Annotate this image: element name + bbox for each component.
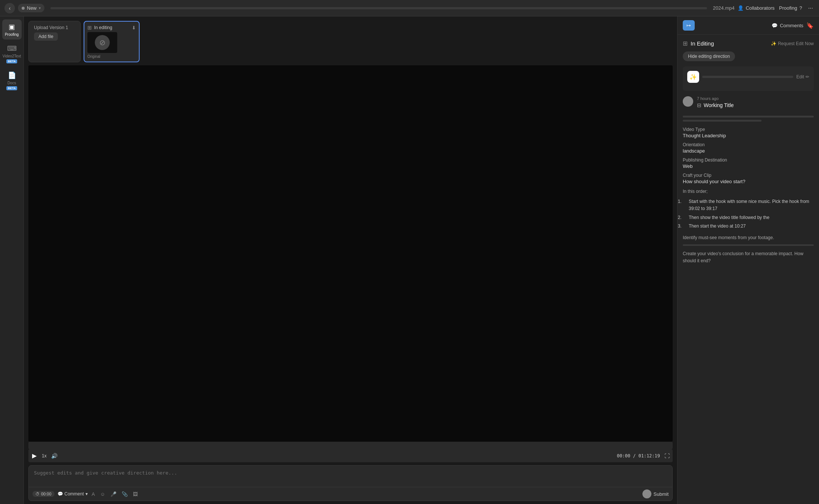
record-button[interactable] xyxy=(642,489,651,498)
instruction-list: Start with the hook with some nice music… xyxy=(683,198,814,230)
panel-nav-arrow-button[interactable]: ↦ xyxy=(683,20,695,31)
right-panel: ↦ 💬 Comments 🔖 ⊞ In Editing ✨ Request Ed… xyxy=(677,16,819,504)
timestamp-value: 00:00 xyxy=(41,492,52,496)
top-bar: ‹ New ▾ 2024.mp4 👤 Collaborators Proofin… xyxy=(0,0,819,16)
timestamp-chip[interactable]: ⏱ 00:00 xyxy=(32,491,55,497)
comment-type-label: Comment xyxy=(65,491,84,497)
chevron-down-icon: ▾ xyxy=(85,491,88,497)
hide-direction-button[interactable]: Hide editing direction xyxy=(683,51,735,61)
identify-bar xyxy=(683,244,814,246)
help-icon: ? xyxy=(799,5,802,11)
filename: 2024.mp4 xyxy=(713,5,735,11)
more-button[interactable]: ··· xyxy=(807,3,815,13)
sidebar-item-label: Video2Text xyxy=(3,54,21,58)
orientation-label: Orientation xyxy=(683,142,814,147)
in-editing-header: ⊞ In editing ⬇ xyxy=(87,25,136,31)
main-layout: ▣ Proofing ⌨ Video2Text BETA 📄 Docs BETA… xyxy=(0,16,819,504)
comment-timestamp: 7 hours ago xyxy=(697,96,734,101)
play-button[interactable]: ▶ xyxy=(31,451,37,460)
beta-badge: BETA xyxy=(6,59,17,63)
direction-card: ✨ Edit ✏ xyxy=(683,66,814,91)
image-button[interactable]: 🖼 xyxy=(132,490,139,498)
comment-type-button[interactable]: 💬 Comment ▾ xyxy=(57,491,88,497)
working-title-icon: ⊟ xyxy=(697,102,701,108)
collaborators-button[interactable]: 👤 Collaborators xyxy=(738,5,775,11)
in-editing-title: In editing xyxy=(94,25,112,30)
identify-text: Identify must-see moments from your foot… xyxy=(683,234,814,241)
direction-name-bar xyxy=(702,76,793,78)
edit-direction-button[interactable]: Edit ✏ xyxy=(796,74,809,79)
emoji-button[interactable]: ☺ xyxy=(99,490,106,498)
publishing-value: Web xyxy=(683,163,814,169)
comment-input[interactable] xyxy=(29,466,672,486)
editing-header: ⊞ In Editing ✨ Request Edit Now xyxy=(683,40,814,47)
attach-button[interactable]: 📎 xyxy=(121,490,129,498)
wand-icon: ✨ xyxy=(771,41,776,46)
add-file-button[interactable]: Add file xyxy=(34,32,58,41)
video-type-value: Thought Leadership xyxy=(683,133,814,138)
user-comment-row: 7 hours ago ⊟ Working Title xyxy=(683,96,814,110)
speed-button[interactable]: 1x xyxy=(42,453,47,458)
fullscreen-button[interactable]: ⛶ xyxy=(664,453,670,459)
proofing-button[interactable]: Proofing ? xyxy=(779,5,802,11)
version-tabs: Upload Version 1 Add file ⊞ In editing ⬇… xyxy=(24,16,677,62)
sidebar-item-proofing[interactable]: ▣ Proofing xyxy=(2,19,22,40)
request-edit-label: Request Edit Now xyxy=(778,41,814,46)
craft-clip-value: How should your video start? xyxy=(683,179,814,184)
orientation-row: Orientation landscape xyxy=(683,142,814,154)
progress-track[interactable] xyxy=(28,442,673,449)
sidebar-item-label: Docs xyxy=(7,81,16,85)
video-type-label: Video Type xyxy=(683,127,814,132)
sidebar-item-docs[interactable]: 📄 Docs BETA xyxy=(2,68,22,93)
working-title-label: Working Title xyxy=(704,102,734,108)
editing-title: In Editing xyxy=(691,40,714,47)
craft-clip-row: Craft your Clip How should your video st… xyxy=(683,173,814,184)
video-thumbnail: ⊘ xyxy=(87,32,117,53)
comments-icon: 💬 xyxy=(772,23,778,28)
new-badge[interactable]: New ▾ xyxy=(18,4,44,12)
text-format-button[interactable]: A xyxy=(91,490,96,498)
conclude-text: Create your video's conclusion for a mem… xyxy=(683,250,814,264)
original-label: Original xyxy=(87,54,136,59)
craft-clip-label: Craft your Clip xyxy=(683,173,814,178)
pencil-icon: ✏ xyxy=(806,74,809,79)
submit-button[interactable]: Submit xyxy=(654,491,669,497)
controls-row: ▶ 1x 🔊 00:00 / 01:12:19 ⛶ xyxy=(28,449,673,462)
volume-button[interactable]: 🔊 xyxy=(51,453,57,459)
title-bar-1 xyxy=(683,116,814,118)
time-display: 00:00 / 01:12:19 xyxy=(617,453,660,458)
video-type-row: Video Type Thought Leadership xyxy=(683,127,814,138)
left-sidebar: ▣ Proofing ⌨ Video2Text BETA 📄 Docs BETA xyxy=(0,16,24,504)
mic-button[interactable]: 🎤 xyxy=(109,490,118,498)
download-icon[interactable]: ⬇ xyxy=(132,25,136,31)
instruction-item-3: Then start the video at 10:27 xyxy=(683,223,814,230)
editing-grid-icon: ⊞ xyxy=(87,25,92,31)
comments-button[interactable]: 💬 Comments xyxy=(772,23,803,28)
direction-card-header: ✨ Edit ✏ xyxy=(687,71,809,83)
status-dot xyxy=(22,7,25,10)
submit-area: Submit xyxy=(642,489,669,498)
docs-icon: 📄 xyxy=(7,71,16,80)
chevron-down-icon: ▾ xyxy=(39,6,41,10)
bookmark-button[interactable]: 🔖 xyxy=(806,22,814,29)
sidebar-item-video2text[interactable]: ⌨ Video2Text BETA xyxy=(2,41,22,66)
right-panel-header: ↦ 💬 Comments 🔖 xyxy=(678,16,819,35)
upload-version-label: Upload Version 1 xyxy=(34,25,75,30)
comment-icon: 💬 xyxy=(57,491,63,497)
title-bar-2 xyxy=(683,120,762,122)
request-edit-button[interactable]: ✨ Request Edit Now xyxy=(771,41,814,46)
upload-version-card[interactable]: Upload Version 1 Add file xyxy=(28,21,81,62)
in-editing-card[interactable]: ⊞ In editing ⬇ ⊘ Original xyxy=(84,21,140,62)
comments-label: Comments xyxy=(780,23,803,28)
top-right-actions: 👤 Collaborators Proofing ? ··· xyxy=(738,3,815,13)
orientation-value: landscape xyxy=(683,148,814,154)
working-title-header: ⊟ Working Title xyxy=(697,102,734,108)
instruction-item-2: Then show the video title followed by th… xyxy=(683,214,814,221)
center-content: Upload Version 1 Add file ⊞ In editing ⬇… xyxy=(24,16,677,504)
video2text-icon: ⌨ xyxy=(7,44,16,53)
collaborators-icon: 👤 xyxy=(738,5,744,11)
publishing-label: Publishing Destination xyxy=(683,157,814,163)
progress-bar xyxy=(50,7,707,9)
beta-badge-docs: BETA xyxy=(6,86,17,90)
back-button[interactable]: ‹ xyxy=(4,3,15,13)
